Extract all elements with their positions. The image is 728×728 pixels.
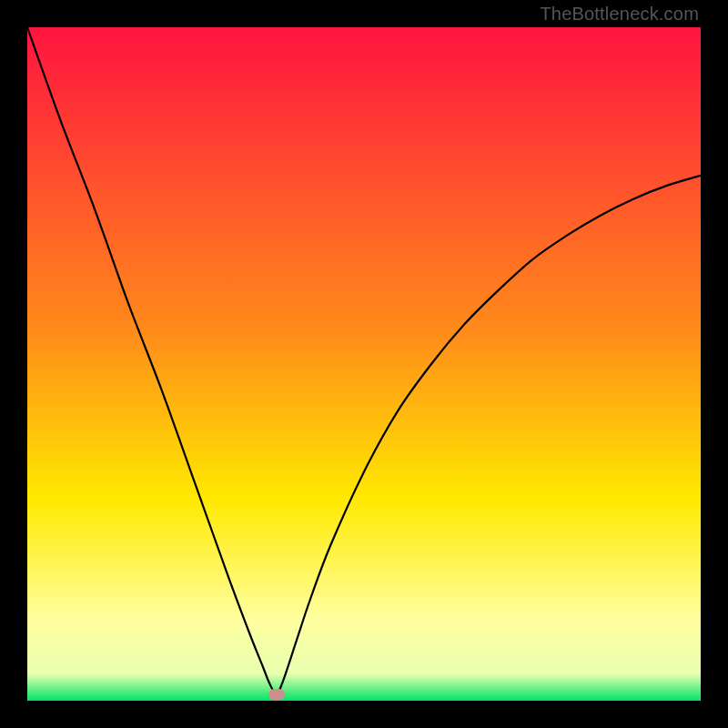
minimum-marker bbox=[268, 689, 285, 700]
plot-area bbox=[27, 27, 701, 701]
bottleneck-curve bbox=[27, 27, 701, 701]
watermark-text: TheBottleneck.com bbox=[540, 4, 699, 25]
